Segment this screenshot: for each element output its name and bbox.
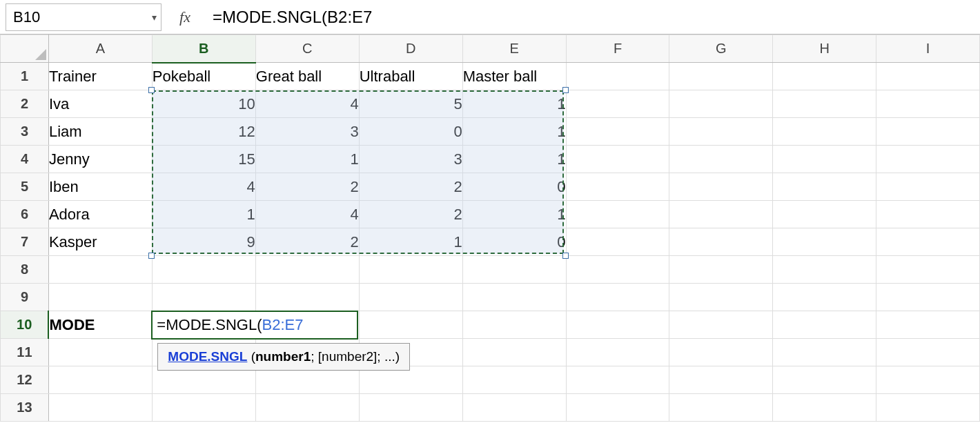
cell-D7[interactable]: 1 bbox=[359, 228, 462, 256]
cell-F3[interactable] bbox=[566, 118, 669, 146]
selection-handle[interactable] bbox=[562, 253, 569, 259]
selection-handle[interactable] bbox=[148, 253, 155, 259]
cell-B4[interactable]: 15 bbox=[152, 146, 255, 173]
col-header-H[interactable]: H bbox=[773, 35, 876, 63]
row-header-4[interactable]: 4 bbox=[1, 146, 49, 173]
cell-G13[interactable] bbox=[669, 394, 773, 422]
cell-B8[interactable] bbox=[152, 256, 255, 284]
cell-I6[interactable] bbox=[876, 201, 980, 228]
cell-A1[interactable]: Trainer bbox=[48, 63, 152, 90]
cell-E11[interactable] bbox=[462, 339, 566, 366]
cell-F1[interactable] bbox=[566, 63, 669, 90]
cell-B2[interactable]: 10 bbox=[152, 90, 255, 118]
cell-B12[interactable] bbox=[152, 366, 255, 394]
cell-I1[interactable] bbox=[876, 63, 980, 90]
cell-H9[interactable] bbox=[773, 284, 876, 311]
selection-handle[interactable] bbox=[562, 87, 569, 93]
cell-C4[interactable]: 1 bbox=[255, 146, 359, 173]
cell-G9[interactable] bbox=[669, 284, 773, 311]
selection-handle[interactable] bbox=[148, 87, 155, 93]
cell-C6[interactable]: 4 bbox=[255, 201, 359, 228]
select-all-triangle[interactable] bbox=[1, 35, 49, 63]
cell-C1[interactable]: Great ball bbox=[255, 63, 359, 90]
row-header-5[interactable]: 5 bbox=[1, 173, 49, 201]
cell-A4[interactable]: Jenny bbox=[48, 146, 152, 173]
cell-A10[interactable]: MODE bbox=[48, 311, 152, 339]
cell-A2[interactable]: Iva bbox=[48, 90, 152, 118]
cell-E5[interactable]: 0 bbox=[462, 173, 566, 201]
cell-F5[interactable] bbox=[566, 173, 669, 201]
tooltip-function-link[interactable]: MODE.SNGL bbox=[168, 349, 247, 364]
row-header-2[interactable]: 2 bbox=[1, 90, 49, 118]
row-header-9[interactable]: 9 bbox=[1, 284, 49, 311]
cell-H7[interactable] bbox=[773, 228, 876, 256]
cell-B5[interactable]: 4 bbox=[152, 173, 255, 201]
row-header-6[interactable]: 6 bbox=[1, 201, 49, 228]
cell-E7[interactable]: 0 bbox=[462, 228, 566, 256]
cell-E3[interactable]: 1 bbox=[462, 118, 566, 146]
cell-I11[interactable] bbox=[876, 339, 980, 366]
cell-G4[interactable] bbox=[669, 146, 773, 173]
cell-F10[interactable] bbox=[566, 311, 669, 339]
col-header-G[interactable]: G bbox=[669, 35, 773, 63]
cell-G5[interactable] bbox=[669, 173, 773, 201]
cell-H1[interactable] bbox=[773, 63, 876, 90]
cell-E8[interactable] bbox=[462, 256, 566, 284]
name-box[interactable]: B10 ▾ bbox=[6, 3, 161, 31]
cell-A11[interactable] bbox=[48, 339, 152, 366]
cell-B9[interactable] bbox=[152, 284, 255, 311]
cell-B1[interactable]: Pokeball bbox=[152, 63, 255, 90]
cell-A13[interactable] bbox=[48, 394, 152, 422]
col-header-B[interactable]: B bbox=[152, 35, 255, 63]
cell-G1[interactable] bbox=[669, 63, 773, 90]
cell-D8[interactable] bbox=[359, 256, 462, 284]
col-header-C[interactable]: C bbox=[255, 35, 359, 63]
cell-G8[interactable] bbox=[669, 256, 773, 284]
cell-I4[interactable] bbox=[876, 146, 980, 173]
row-header-3[interactable]: 3 bbox=[1, 118, 49, 146]
cell-G7[interactable] bbox=[669, 228, 773, 256]
cell-D5[interactable]: 2 bbox=[359, 173, 462, 201]
cell-H2[interactable] bbox=[773, 90, 876, 118]
cell-H10[interactable] bbox=[773, 311, 876, 339]
cell-C8[interactable] bbox=[255, 256, 359, 284]
cell-I8[interactable] bbox=[876, 256, 980, 284]
cell-D3[interactable]: 0 bbox=[359, 118, 462, 146]
cell-H13[interactable] bbox=[773, 394, 876, 422]
cell-H3[interactable] bbox=[773, 118, 876, 146]
cell-F13[interactable] bbox=[566, 394, 669, 422]
cell-editor[interactable]: =MODE.SNGL(B2:E7 bbox=[151, 311, 358, 340]
row-header-7[interactable]: 7 bbox=[1, 228, 49, 256]
cell-E1[interactable]: Master ball bbox=[462, 63, 566, 90]
cell-D6[interactable]: 2 bbox=[359, 201, 462, 228]
cell-G11[interactable] bbox=[669, 339, 773, 366]
cell-D2[interactable]: 5 bbox=[359, 90, 462, 118]
col-header-E[interactable]: E bbox=[462, 35, 566, 63]
col-header-F[interactable]: F bbox=[566, 35, 669, 63]
cell-F12[interactable] bbox=[566, 366, 669, 394]
cell-I12[interactable] bbox=[876, 366, 980, 394]
cell-G12[interactable] bbox=[669, 366, 773, 394]
cell-I3[interactable] bbox=[876, 118, 980, 146]
cell-C2[interactable]: 4 bbox=[255, 90, 359, 118]
row-header-8[interactable]: 8 bbox=[1, 256, 49, 284]
cell-I5[interactable] bbox=[876, 173, 980, 201]
cell-H12[interactable] bbox=[773, 366, 876, 394]
row-header-10[interactable]: 10 bbox=[1, 311, 49, 339]
cell-E2[interactable]: 1 bbox=[462, 90, 566, 118]
cell-C7[interactable]: 2 bbox=[255, 228, 359, 256]
spreadsheet-grid[interactable]: A B C D E F G H I 1 Trainer Pokeball Gre… bbox=[0, 35, 980, 422]
fx-icon[interactable]: fx bbox=[168, 3, 202, 31]
cell-D4[interactable]: 3 bbox=[359, 146, 462, 173]
cell-B13[interactable] bbox=[152, 394, 255, 422]
cell-C5[interactable]: 2 bbox=[255, 173, 359, 201]
cell-I13[interactable] bbox=[876, 394, 980, 422]
cell-H6[interactable] bbox=[773, 201, 876, 228]
cell-F9[interactable] bbox=[566, 284, 669, 311]
cell-C9[interactable] bbox=[255, 284, 359, 311]
cell-D13[interactable] bbox=[359, 394, 462, 422]
cell-H8[interactable] bbox=[773, 256, 876, 284]
cell-E9[interactable] bbox=[462, 284, 566, 311]
cell-G3[interactable] bbox=[669, 118, 773, 146]
cell-I10[interactable] bbox=[876, 311, 980, 339]
